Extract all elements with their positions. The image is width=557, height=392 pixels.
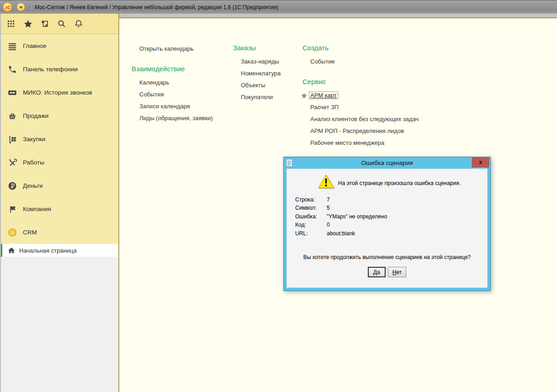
sidebar-item-glavnoe[interactable]: Главное [1,34,118,58]
link-leads[interactable]: Лиды (обращения, заявки) [132,112,232,124]
link-client-analysis[interactable]: Анализ клиентов без следующих задач [302,113,458,125]
apps-grid-icon[interactable] [5,18,16,29]
link-arm-kart[interactable]: АРМ карт [309,92,338,99]
logo-text: 1С [5,5,11,10]
history-scroll-icon[interactable] [39,18,50,29]
sidebar-item-raboty[interactable]: Работы [1,151,118,174]
sidebar-item-home[interactable]: Начальная страница [1,244,118,257]
1c-logo-icon: 1С [3,2,12,12]
phone-icon [7,64,18,75]
link-event-create[interactable]: Событие [302,56,458,68]
section-header-orders: Заказы [233,43,302,53]
sidebar-item-label: Деньги [23,182,43,189]
dialog-titlebar[interactable]: Ошибка сценария x [284,157,490,169]
yes-button-key: Д [373,269,377,275]
warning-icon [317,174,335,190]
yes-button[interactable]: Да [368,267,386,277]
main-menu-dropdown-button[interactable] [16,3,25,11]
sidebar-item-label: CRM [23,229,37,236]
sidebar-item-label: МИКО: История звонков [23,89,92,96]
cassette-icon [7,87,18,98]
column-create-service: Создать Событие Сервис АРМ карт Расчет З… [302,43,458,149]
field-label: Код: [295,221,327,229]
field-row-error: Ошибка: "YMaps" не определено [295,212,387,221]
close-button[interactable]: x [472,158,489,167]
flag-icon [7,204,18,215]
hand-truck-icon [7,134,18,145]
sidebar-item-telefonia[interactable]: Панель телефонии [1,58,118,81]
chevron-down-icon [19,6,23,11]
field-row-code: Код: 0 [295,221,387,229]
sidebar-item-zakupki[interactable]: Закупки [1,127,118,151]
link-calendar[interactable]: Календарь [132,77,232,89]
menu-lines-icon [7,41,18,52]
favorite-star-icon[interactable] [301,92,308,99]
field-label: Строка: [295,196,327,204]
titlebar-divider [30,3,31,11]
field-row-url: URL: about:blank [295,229,387,238]
sidebar-item-label: Продажи [23,112,48,119]
no-button[interactable]: Нет [388,267,406,277]
field-row-line: Строка: 7 [295,196,387,204]
link-salary-calc[interactable]: Расчет ЗП [302,101,458,113]
no-button-rest: ет [396,269,402,275]
home-icon [7,246,16,254]
dialog-buttons: Да Нет [287,267,487,277]
sidebar-item-label: Работы [23,159,44,166]
link-manager-workplace[interactable]: Рабочее место менеджера [302,137,458,149]
field-value: 5 [327,204,330,212]
link-nomenclature[interactable]: Номенклатура [233,68,302,79]
search-icon[interactable] [56,18,67,29]
yes-button-rest: а [377,269,380,275]
main-top-line [119,17,557,18]
sidebar-footer-area [1,257,118,392]
favorites-star-icon[interactable] [22,18,33,29]
sidebar-item-prodazhi[interactable]: Продажи [1,104,118,127]
coin-circle-icon [7,227,18,238]
sidebar-item-kompania[interactable]: Компания [1,197,118,221]
field-value: "YMaps" не определено [327,212,387,221]
notifications-bell-icon[interactable] [73,18,84,29]
dialog-body: На этой странице произошла ошибка сценар… [286,169,488,288]
sidebar-item-label: Панель телефонии [23,66,78,73]
column-orders: Заказы Заказ-наряды Номенклатура Объекты… [233,43,302,103]
link-row-arm-kart: АРМ карт [302,90,458,101]
app-window: 1С Мос-Септик / Янеев Евгений / Управлен… [0,0,557,392]
section-header-interaction: Взаимодействие [132,64,232,74]
sidebar-item-miko-history[interactable]: МИКО: История звонков [1,81,118,104]
script-error-dialog: Ошибка сценария x На этой странице произ… [283,157,491,291]
section-header-create: Создать [302,43,458,53]
link-events[interactable]: События [132,89,232,101]
error-details: Строка: 7 Символ: 5 Ошибка: "YMaps" не о… [295,196,387,238]
section-header-service: Сервис [302,77,458,87]
link-work-orders[interactable]: Заказ-наряды [233,56,302,68]
field-value: 7 [327,196,330,204]
titlebar: 1С Мос-Септик / Янеев Евгений / Управлен… [0,0,557,14]
sidebar-item-label: Компания [23,206,51,212]
dialog-question: Вы хотите продолжить выполнение сценарие… [287,254,487,260]
dialog-title: Ошибка сценария [284,159,490,166]
basket-icon [7,111,18,122]
sidebar-item-label: Главное [23,42,47,49]
sidebar: Главное Панель телефонии [0,14,119,392]
tools-icon [7,157,18,168]
panel-toolbar [1,14,118,34]
sidebar-item-dengi[interactable]: Деньги [1,174,118,197]
field-label: URL: [295,229,327,238]
error-message: На этой странице произошла ошибка сценар… [338,180,461,186]
field-value: 0 [327,221,330,229]
link-arm-rop[interactable]: АРМ РОП - Распределения лидов [302,125,458,137]
link-objects[interactable]: Объекты [233,79,302,91]
main-top-strip [119,14,557,17]
link-buyers[interactable]: Покупатели [233,91,302,103]
link-calendar-records[interactable]: Записи календаря [132,101,232,112]
link-open-calendar[interactable]: Открыть календарь [132,43,232,55]
sidebar-item-crm[interactable]: CRM [1,221,118,244]
field-label: Символ: [295,204,327,212]
field-value: about:blank [327,229,355,238]
field-row-char: Символ: 5 [295,204,387,212]
field-label: Ошибка: [295,212,327,221]
ruble-coin-icon [7,180,18,191]
column-interaction: Открыть календарь Взаимодействие Календа… [132,43,232,124]
sidebar-nav: Главное Панель телефонии [1,34,118,244]
